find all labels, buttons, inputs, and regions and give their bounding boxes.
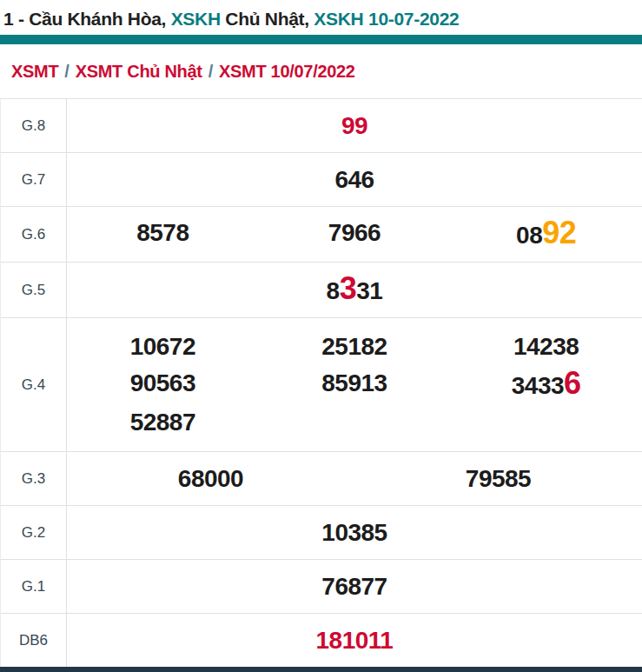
table-row: G.36800079585 xyxy=(1,452,642,506)
bottom-bar xyxy=(0,667,642,672)
table-row: G.176877 xyxy=(1,560,642,614)
breadcrumb-separator: / xyxy=(202,62,219,81)
prize-number-part: 181011 xyxy=(316,627,394,654)
prize-number: 181011 xyxy=(67,622,642,659)
prize-number: 79585 xyxy=(354,461,642,497)
prize-number-part: 646 xyxy=(334,166,374,193)
breadcrumb-separator: / xyxy=(58,62,75,81)
prize-number-part: 99 xyxy=(341,112,367,139)
prize-number: 646 xyxy=(67,162,642,198)
prize-number: 85913 xyxy=(259,365,451,404)
table-row: G.6857879660892 xyxy=(1,207,642,263)
prize-number-part: 92 xyxy=(542,215,576,250)
prize-label: G.6 xyxy=(1,207,67,262)
prize-number: 0892 xyxy=(450,215,642,254)
prize-number: 8331 xyxy=(67,270,642,309)
prize-number-part: 8 xyxy=(327,277,340,304)
prize-values: 10385 xyxy=(67,506,642,559)
prize-number: 76877 xyxy=(67,569,642,605)
prize-values: 6800079585 xyxy=(67,452,642,505)
table-row: G.899 xyxy=(1,99,642,153)
prize-number: 90563 xyxy=(67,365,259,404)
prize-number: 25182 xyxy=(259,329,451,365)
prize-label: G.4 xyxy=(1,318,67,451)
prize-label: G.1 xyxy=(1,560,67,613)
table-row: G.210385 xyxy=(1,506,642,560)
page-title: 1 - Cầu Khánh Hòa, XSKH Chủ Nhật, XSKH 1… xyxy=(0,0,642,35)
prize-number: 68000 xyxy=(67,461,354,497)
prize-number-part: 25182 xyxy=(321,333,387,360)
prize-number-part: 76877 xyxy=(321,573,387,600)
title-part: 1 - Cầu Khánh Hòa, xyxy=(3,9,171,29)
prize-label: G.2 xyxy=(1,506,67,559)
prize-number-part: 90563 xyxy=(130,369,195,396)
prize-values: 857879660892 xyxy=(67,207,642,262)
title-part: Chủ Nhật, xyxy=(221,9,314,29)
table-row: G.58331 xyxy=(1,263,642,318)
prize-values: 10672251821423890563859133433652887 xyxy=(67,318,642,451)
prize-values: 8331 xyxy=(67,263,642,317)
prize-number-part: 3 xyxy=(340,270,357,306)
table-row: G.7646 xyxy=(1,153,642,207)
prize-label: G.5 xyxy=(1,263,67,317)
table-row: G.410672251821423890563859133433652887 xyxy=(1,318,642,452)
prize-number: 8578 xyxy=(67,215,259,254)
prize-values: 181011 xyxy=(67,614,642,667)
prize-number: 14238 xyxy=(450,329,642,365)
prize-number-part: 3433 xyxy=(512,372,564,399)
prize-number: 7966 xyxy=(259,215,451,254)
breadcrumb-link[interactable]: XSMT xyxy=(11,62,58,81)
results-table: G.899G.7646G.6857879660892G.58331G.41067… xyxy=(0,98,642,668)
prize-values: 76877 xyxy=(67,560,642,613)
prize-number-part: 79585 xyxy=(466,465,531,492)
prize-label: G.3 xyxy=(1,452,67,505)
prize-label: G.7 xyxy=(1,153,67,206)
breadcrumb-link[interactable]: XSMT 10/07/2022 xyxy=(219,62,355,81)
prize-number: 99 xyxy=(67,108,642,144)
prize-number: 52887 xyxy=(67,404,259,441)
title-part: XSKH 10-07-2022 xyxy=(314,9,459,29)
prize-number-part: 85913 xyxy=(321,369,387,396)
prize-number-part: 10385 xyxy=(321,519,387,546)
prize-values: 646 xyxy=(67,153,642,206)
prize-number-part: 68000 xyxy=(178,465,243,492)
prize-number-part: 8578 xyxy=(136,219,189,246)
breadcrumb-link[interactable]: XSMT Chủ Nhật xyxy=(76,62,202,81)
prize-number: 10385 xyxy=(67,515,642,551)
prize-number-part: 08 xyxy=(516,222,542,249)
prize-label: G.8 xyxy=(1,99,67,152)
prize-values: 99 xyxy=(67,99,642,152)
prize-label: DB6 xyxy=(1,614,67,667)
prize-number-part: 31 xyxy=(356,277,382,304)
prize-number-part: 52887 xyxy=(130,409,195,436)
prize-number-part: 10672 xyxy=(130,333,195,360)
prize-number-part: 7966 xyxy=(328,219,381,246)
prize-number: 10672 xyxy=(67,329,259,365)
title-underline-bar xyxy=(0,35,642,44)
prize-number: 34336 xyxy=(450,365,642,404)
title-part: XSKH xyxy=(171,9,221,29)
prize-number-part: 14238 xyxy=(513,333,579,360)
prize-number-part: 6 xyxy=(564,365,581,401)
table-row: DB6181011 xyxy=(1,614,642,668)
breadcrumb: XSMT/XSMT Chủ Nhật/XSMT 10/07/2022 xyxy=(0,44,642,98)
